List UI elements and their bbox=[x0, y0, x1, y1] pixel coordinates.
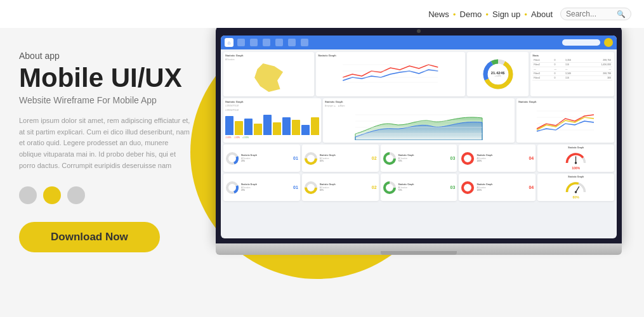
multiline-title: Statistic Graph bbox=[518, 100, 612, 103]
dash-nav-item-5 bbox=[288, 39, 296, 46]
bar-title: Statistic Graph bbox=[225, 100, 319, 103]
stat-donut-4-1 bbox=[225, 181, 239, 195]
bar-1 bbox=[225, 116, 233, 135]
stat-label-3-2: 02 bbox=[372, 156, 377, 160]
dash-avatar bbox=[604, 38, 613, 47]
stat-title-3-2: Statistic Graph bbox=[320, 154, 370, 157]
dot-1[interactable] bbox=[19, 186, 37, 204]
dash-row-2: Statistic Graph LOREM IPSUM LOREM IPSUM bbox=[223, 98, 614, 143]
stat-num-4-4: 100% bbox=[476, 189, 527, 191]
dot-3[interactable] bbox=[67, 186, 85, 204]
bar-9 bbox=[301, 125, 310, 135]
stat-card-4-4: Statistic Graph All location 100% 04 bbox=[459, 174, 536, 201]
dash-nav-item-4 bbox=[275, 39, 283, 46]
bar-10 bbox=[311, 117, 319, 135]
gauge-title-4-5: Statistic Graph bbox=[568, 176, 584, 178]
search-icon: 🔍 bbox=[617, 10, 626, 18]
bar-7 bbox=[282, 117, 291, 135]
dash-nav-items bbox=[237, 39, 558, 46]
bar-3 bbox=[244, 119, 253, 135]
line-title: Statistic Graph bbox=[318, 54, 463, 57]
stat-num-3-2: 50% bbox=[320, 160, 370, 162]
stat-label-3-4: 04 bbox=[529, 156, 534, 160]
stat-title-3-3: Statistic Graph bbox=[398, 154, 449, 157]
dash-navbar: ⌂ bbox=[221, 36, 617, 49]
stat-label-4-3: 03 bbox=[450, 185, 456, 190]
stat-donut-3 bbox=[383, 152, 397, 165]
download-button[interactable]: Download Now bbox=[19, 222, 160, 252]
stat-title-4-1: Statistic Graph bbox=[241, 183, 291, 186]
bar-sub: LOREM IPSUM bbox=[225, 105, 319, 107]
about-label: About app bbox=[19, 51, 190, 61]
dash-nav-item-6 bbox=[301, 39, 308, 46]
multiline-card: Statistic Graph bbox=[516, 98, 614, 143]
laptop-mockup: ⌂ bbox=[216, 24, 634, 255]
line-chart-card: Statistic Graph bbox=[316, 52, 465, 96]
stat-card-3-1: Statistic Graph All location 25% 01 bbox=[223, 145, 300, 172]
stat-donut-1 bbox=[225, 152, 239, 165]
multiline-svg bbox=[518, 105, 612, 136]
nav-news[interactable]: News bbox=[428, 10, 449, 19]
search-box: 🔍 bbox=[560, 8, 631, 20]
dash-row-1: Statistic Graph All location Statistic G… bbox=[223, 52, 614, 96]
map-shape bbox=[254, 63, 283, 92]
svg-point-23 bbox=[463, 153, 473, 164]
stat-label-4-1: 01 bbox=[293, 185, 298, 190]
stat-title-4-2: Statistic Graph bbox=[320, 183, 370, 186]
svg-point-25 bbox=[575, 162, 577, 164]
bar-6 bbox=[273, 122, 281, 135]
nav-about[interactable]: About bbox=[531, 10, 553, 19]
stat-texts-3-1: Statistic Graph All location 25% bbox=[241, 154, 291, 162]
bar-chart-card: Statistic Graph LOREM IPSUM LOREM IPSUM bbox=[223, 98, 321, 143]
laptop-screen: ⌂ bbox=[216, 24, 622, 243]
donut-wrap: 21.424$ +1.25% bbox=[482, 58, 514, 90]
search-input[interactable] bbox=[566, 10, 617, 18]
stat-title-4-3: Statistic Graph bbox=[398, 183, 449, 186]
bar-5 bbox=[263, 115, 272, 135]
stat-texts-4-4: Statistic Graph All location 100% bbox=[476, 183, 527, 191]
gauge-svg-4-5 bbox=[565, 181, 587, 193]
svg-point-33 bbox=[463, 183, 473, 193]
stat-title-4-4: Statistic Graph bbox=[476, 183, 527, 186]
stat-label-3-1: 01 bbox=[293, 156, 298, 160]
laptop-camera bbox=[417, 29, 421, 33]
legend-item-2: -1.00% bbox=[234, 136, 240, 139]
stat-label-3-3: 03 bbox=[450, 156, 456, 160]
gauge-card-4-5: Statistic Graph 60% bbox=[537, 174, 614, 201]
laptop-base bbox=[216, 243, 622, 255]
nav-links: News ● Demo ● Sign up ● About bbox=[428, 10, 553, 19]
stat-texts-3-2: Statistic Graph All location 50% bbox=[320, 154, 370, 162]
stat-donut-4-4 bbox=[461, 181, 475, 195]
map-card: Statistic Graph All location bbox=[223, 52, 314, 96]
stat-texts-3-4: Statistic Graph All location 100% bbox=[476, 154, 527, 162]
legend-a: Annpages ▲ bbox=[325, 105, 336, 107]
stat-num-4-2: 50% bbox=[320, 189, 370, 191]
stat-num-3-4: 100% bbox=[476, 160, 527, 162]
table-row: Filter40116300 bbox=[532, 76, 612, 81]
nav-signup[interactable]: Sign up bbox=[492, 10, 520, 19]
dash-row-3: Statistic Graph All location 25% 01 bbox=[223, 145, 614, 172]
stat-title-3-4: Statistic Graph bbox=[476, 154, 527, 157]
bar-sub2: LOREM IPSUM bbox=[225, 109, 319, 112]
gauge-title-3-5: Statistic Graph bbox=[568, 146, 584, 149]
svg-point-35 bbox=[575, 191, 577, 193]
stat-card-4-1: Statistic Graph All location 25% 01 bbox=[223, 174, 300, 201]
dash-nav-item-1 bbox=[237, 39, 245, 46]
area-chart-card: Statistic Graph Annpages ▲ ■ Afpex bbox=[323, 98, 515, 143]
mini-table: Filter103,356299,756 Filter201161,456,00… bbox=[532, 58, 612, 81]
stat-donut-4-2 bbox=[304, 181, 318, 195]
nav-demo[interactable]: Demo bbox=[460, 10, 482, 19]
nav-dot-2: ● bbox=[485, 11, 489, 17]
bar-8 bbox=[292, 120, 300, 135]
gauge-card-3-5: Statistic Graph 100% bbox=[537, 145, 614, 172]
table-title: Stats bbox=[532, 54, 612, 57]
left-panel: About app Mobile UI/UX Website Wireframe… bbox=[19, 51, 190, 252]
dot-2-active[interactable] bbox=[43, 186, 61, 204]
screen-inner: ⌂ bbox=[221, 36, 617, 238]
dash-nav-item-2 bbox=[250, 39, 258, 46]
stat-num-3-1: 25% bbox=[241, 160, 291, 162]
stat-label-4-2: 02 bbox=[372, 185, 377, 190]
legend-b: ■ Afpex bbox=[338, 105, 345, 107]
bars bbox=[225, 113, 319, 135]
map-title: Statistic Graph bbox=[225, 54, 312, 57]
